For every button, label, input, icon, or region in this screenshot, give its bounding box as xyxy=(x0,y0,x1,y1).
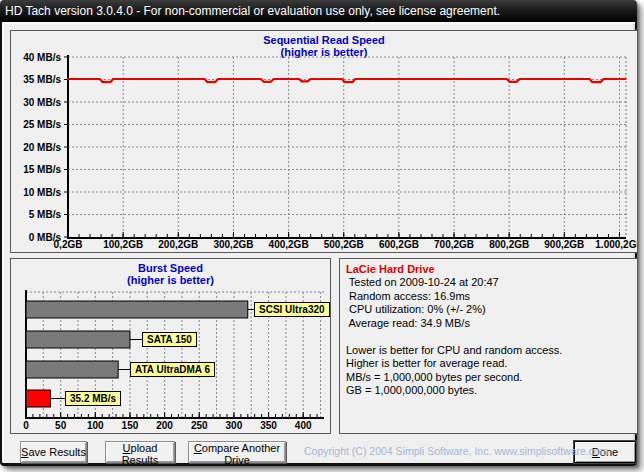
svg-text:10 MB/s: 10 MB/s xyxy=(23,187,61,198)
svg-text:5 MB/s: 5 MB/s xyxy=(29,209,62,220)
svg-text:500,2GB: 500,2GB xyxy=(324,239,364,250)
sequential-read-chart: 0 MB/s5 MB/s10 MB/s15 MB/s20 MB/s25 MB/s… xyxy=(11,31,637,252)
svg-text:250: 250 xyxy=(191,420,208,431)
svg-text:100,2GB: 100,2GB xyxy=(103,239,143,250)
svg-text:200,2GB: 200,2GB xyxy=(158,239,198,250)
svg-text:700,2GB: 700,2GB xyxy=(434,239,474,250)
sequential-read-panel: Sequential Read Speed (higher is better)… xyxy=(10,30,638,253)
drive-name: LaCie Hard Drive xyxy=(346,262,631,276)
svg-text:40 MB/s: 40 MB/s xyxy=(23,52,61,63)
drive-info-line: Lower is better for CPU and random acces… xyxy=(346,344,631,358)
svg-text:30 MB/s: 30 MB/s xyxy=(23,97,61,108)
svg-text:300: 300 xyxy=(226,420,243,431)
save-results-button[interactable]: Save Results xyxy=(20,441,87,463)
compare-another-drive-button[interactable]: Compare Another Drive xyxy=(188,441,286,463)
drive-info-line: CPU utilization: 0% (+/- 2%) xyxy=(346,303,631,317)
svg-text:0,2GB: 0,2GB xyxy=(54,239,83,250)
window-titlebar[interactable]: HD Tach version 3.0.4.0 - For non-commer… xyxy=(0,0,637,22)
drive-info-line: Higher is better for average read. xyxy=(346,357,631,371)
svg-text:300,2GB: 300,2GB xyxy=(213,239,253,250)
svg-text:50: 50 xyxy=(55,420,67,431)
drive-info-line: Tested on 2009-10-24 at 20:47 xyxy=(346,276,631,290)
svg-text:0: 0 xyxy=(23,420,29,431)
svg-text:200: 200 xyxy=(156,420,173,431)
drive-info-line: MB/s = 1,000,000 bytes per second. xyxy=(346,371,631,385)
burst-speed-panel: Burst Speed (higher is better) 050100150… xyxy=(10,258,331,434)
svg-text:600,2GB: 600,2GB xyxy=(379,239,419,250)
svg-text:1.000,2GB: 1.000,2GB xyxy=(595,239,637,250)
window-body: Sequential Read Speed (higher is better)… xyxy=(0,22,637,466)
svg-text:20 MB/s: 20 MB/s xyxy=(23,142,61,153)
upload-results-button[interactable]: Upload Results xyxy=(105,441,175,463)
drive-info-panel: LaCie Hard Drive Tested on 2009-10-24 at… xyxy=(339,258,638,434)
svg-text:15 MB/s: 15 MB/s xyxy=(23,164,61,175)
svg-text:35 MB/s: 35 MB/s xyxy=(23,74,61,85)
copyright-text: Copyright (C) 2004 Simpli Software, Inc.… xyxy=(304,445,569,457)
svg-text:150: 150 xyxy=(122,420,139,431)
svg-text:900,2GB: 900,2GB xyxy=(544,239,584,250)
bar-label-sata-150: SATA 150 xyxy=(142,332,197,347)
drive-info-lines: Tested on 2009-10-24 at 20:47 Random acc… xyxy=(346,276,631,398)
bar-label-scsi-ultra320: SCSI Ultra320 xyxy=(254,302,330,317)
drive-info-line xyxy=(346,330,631,344)
drive-info-line: Average read: 34.9 MB/s xyxy=(346,317,631,331)
svg-text:400: 400 xyxy=(295,420,312,431)
bar-label-ata-ultradma-6: ATA UltraDMA 6 xyxy=(130,362,215,377)
svg-text:800,2GB: 800,2GB xyxy=(489,239,529,250)
window-title: HD Tach version 3.0.4.0 - For non-commer… xyxy=(5,4,500,18)
drive-info-line: Random access: 16.9ms xyxy=(346,290,631,304)
svg-text:400,2GB: 400,2GB xyxy=(269,239,309,250)
drive-info-line: GB = 1,000,000,000 bytes. xyxy=(346,384,631,398)
bar-label-35-2-mb-s: 35.2 MB/s xyxy=(65,391,121,406)
screenshot-stage: HD Tach version 3.0.4.0 - For non-commer… xyxy=(0,0,644,472)
svg-text:25 MB/s: 25 MB/s xyxy=(23,119,61,130)
svg-text:100: 100 xyxy=(87,420,104,431)
svg-text:350: 350 xyxy=(260,420,277,431)
hdtach-app-window: HD Tach version 3.0.4.0 - For non-commer… xyxy=(0,0,637,466)
